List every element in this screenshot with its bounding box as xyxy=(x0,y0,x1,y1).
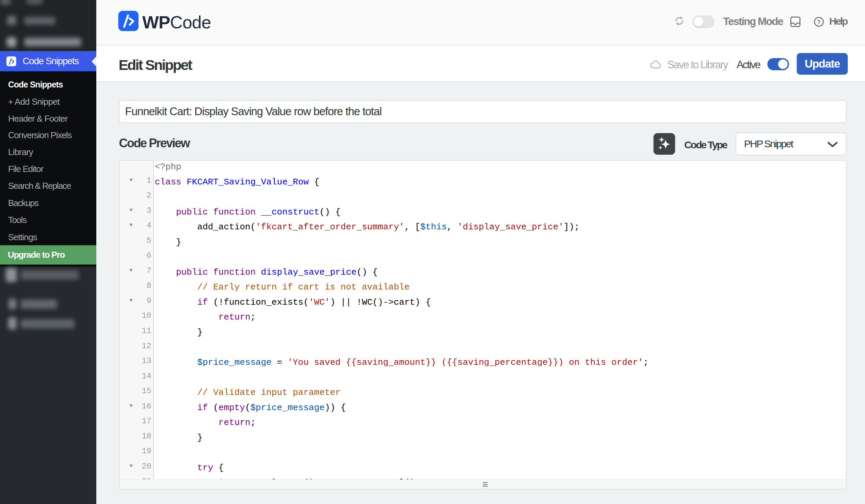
svg-text:?: ? xyxy=(817,19,820,25)
